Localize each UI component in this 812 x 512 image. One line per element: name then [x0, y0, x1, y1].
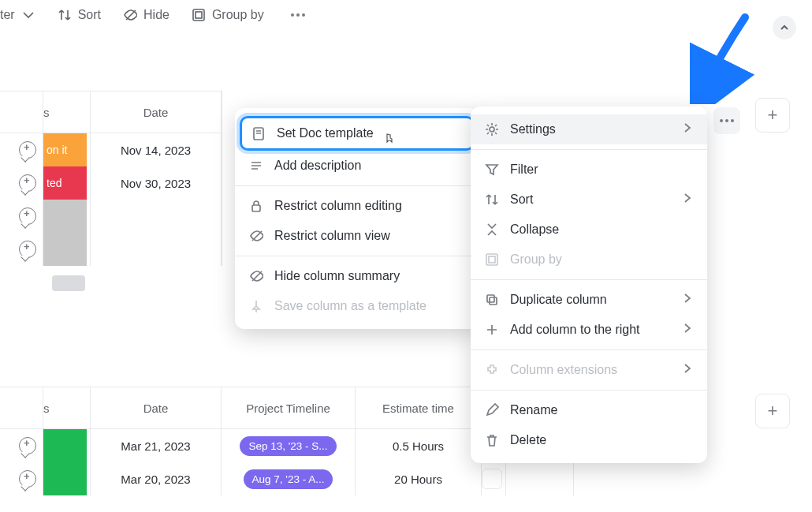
date-cell[interactable]: Nov 30, 2023 — [91, 166, 222, 200]
col-estimate[interactable]: Estimate time — [356, 387, 482, 428]
table-row[interactable]: ted Nov 30, 2023 — [0, 166, 222, 200]
menu-add-column-right[interactable]: Add column to the right — [471, 315, 707, 345]
comment-icon[interactable] — [19, 141, 36, 159]
dots-icon — [715, 114, 739, 127]
add-column-button[interactable]: + — [755, 98, 790, 133]
doc-template-icon — [251, 126, 266, 140]
menu-set-doc-template[interactable]: Set Doc template — [240, 116, 475, 151]
comment-icon[interactable] — [19, 241, 36, 258]
col-status[interactable]: s — [43, 387, 91, 428]
table-header-row: s Date — [0, 91, 222, 133]
menu-restrict-editing[interactable]: Restrict column editing — [235, 191, 479, 221]
estimate-cell[interactable]: 0.5 Hours — [356, 429, 482, 462]
date-cell[interactable]: Nov 14, 2023 — [91, 133, 222, 166]
hide-label: Hide — [143, 8, 169, 22]
menu-add-description[interactable]: Add description — [235, 151, 479, 181]
timeline-cell[interactable]: Sep 13, '23 - S... — [222, 429, 356, 462]
table-row[interactable] — [0, 200, 222, 233]
status-badge[interactable]: on it — [43, 133, 87, 166]
estimate-cell[interactable]: 20 Hours — [356, 462, 482, 495]
group-icon — [485, 252, 499, 267]
hide-button[interactable]: Hide — [123, 8, 169, 22]
date-cell[interactable] — [91, 233, 222, 266]
menu-separator — [471, 390, 707, 391]
trash-icon — [485, 433, 499, 447]
comment-icon[interactable] — [19, 174, 36, 192]
menu-settings[interactable]: Settings — [471, 114, 707, 144]
menu-label: Delete — [510, 433, 546, 447]
menu-label: Set Doc template — [277, 126, 374, 140]
chevron-right-icon — [682, 122, 693, 136]
timeline-pill: Aug 7, '23 - A... — [244, 469, 333, 489]
add-column-button[interactable]: + — [755, 394, 790, 428]
menu-delete[interactable]: Delete — [471, 425, 707, 455]
pencil-icon — [485, 403, 499, 417]
menu-duplicate[interactable]: Duplicate column — [471, 285, 707, 315]
date-cell[interactable]: Mar 21, 2023 — [91, 429, 222, 462]
col-timeline[interactable]: Project Timeline — [222, 387, 356, 428]
svg-rect-0 — [193, 9, 204, 21]
table-row[interactable]: on it Nov 14, 2023 — [0, 133, 222, 166]
view-toolbar: ter Sort Hide Group by — [0, 0, 812, 30]
menu-label: Add column to the right — [510, 323, 640, 337]
status-badge[interactable] — [43, 462, 87, 495]
date-cell[interactable] — [91, 200, 222, 233]
lock-icon — [249, 199, 263, 213]
summary-chip — [52, 275, 85, 291]
more-button[interactable] — [286, 9, 310, 21]
menu-hide-summary[interactable]: Hide column summary — [235, 261, 479, 291]
svg-rect-3 — [252, 205, 260, 211]
status-badge[interactable] — [43, 429, 87, 462]
cursor-pointer-icon — [382, 133, 397, 151]
groupby-label: Group by — [212, 8, 264, 22]
timeline-cell[interactable]: Aug 7, '23 - A... — [222, 462, 356, 495]
menu-label: Restrict column view — [274, 229, 390, 243]
svg-rect-8 — [490, 297, 497, 305]
menu-rename[interactable]: Rename — [471, 395, 707, 425]
table-row[interactable]: Mar 20, 2023 Aug 7, '23 - A... 20 Hours — [0, 462, 574, 495]
chevron-right-icon — [682, 323, 693, 337]
menu-label: Collapse — [510, 222, 559, 237]
menu-filter[interactable]: Filter — [471, 155, 707, 185]
text-icon — [249, 159, 263, 173]
collapse-toggle[interactable] — [773, 16, 796, 39]
plus-icon: + — [768, 105, 778, 125]
gear-icon — [485, 122, 499, 136]
chevron-right-icon — [682, 293, 693, 307]
top-table: s Date on it Nov 14, 2023 ted Nov 30, 20… — [0, 91, 222, 301]
comment-icon[interactable] — [19, 437, 36, 454]
menu-collapse[interactable]: Collapse — [471, 215, 707, 245]
status-badge[interactable]: ted — [43, 166, 87, 200]
menu-extensions: Column extensions — [471, 355, 707, 385]
groupby-button[interactable]: Group by — [192, 8, 264, 22]
col-date-label: Date — [143, 106, 169, 119]
filter-button[interactable]: ter — [0, 8, 35, 22]
comment-icon[interactable] — [19, 470, 36, 488]
status-badge[interactable] — [43, 233, 87, 266]
plus-icon — [485, 323, 499, 337]
date-cell[interactable]: Mar 20, 2023 — [91, 462, 222, 495]
menu-label: Add description — [274, 159, 361, 173]
status-badge[interactable] — [43, 200, 87, 233]
filter-icon — [485, 163, 499, 177]
menu-label: Save column as a template — [274, 299, 426, 313]
doc-chip[interactable] — [482, 469, 502, 489]
menu-sort[interactable]: Sort — [471, 185, 707, 215]
comment-icon[interactable] — [19, 207, 36, 225]
menu-restrict-view[interactable]: Restrict column view — [235, 221, 479, 251]
status-text: on it — [43, 144, 67, 156]
menu-separator — [471, 349, 707, 350]
col-status[interactable]: s — [43, 92, 91, 133]
menu-separator — [471, 279, 707, 280]
timeline-pill: Sep 13, '23 - S... — [240, 436, 336, 456]
menu-label: Settings — [510, 122, 556, 136]
column-more-button[interactable] — [713, 107, 740, 134]
col-date[interactable]: Date — [91, 387, 222, 428]
sort-icon — [58, 8, 72, 22]
table-row[interactable] — [0, 233, 222, 266]
col-date[interactable]: Date — [91, 92, 222, 133]
menu-label: Filter — [510, 163, 538, 177]
svg-rect-1 — [196, 12, 202, 18]
dots-icon — [286, 9, 310, 21]
sort-button[interactable]: Sort — [58, 8, 101, 22]
